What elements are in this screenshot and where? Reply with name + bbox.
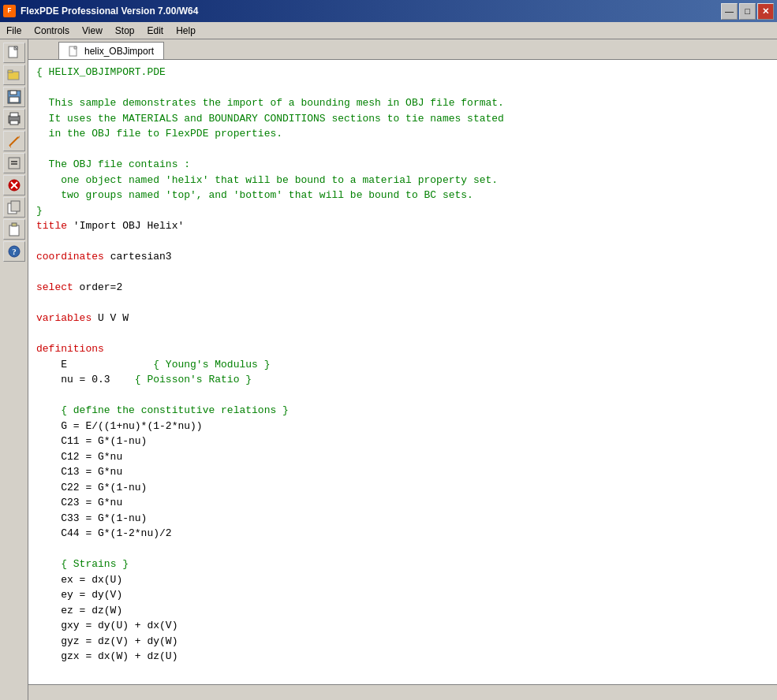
- code-line-5: in the OBJ file to FlexPDE properties.: [36, 126, 769, 142]
- code-line-blank-8: [36, 542, 769, 557]
- new-button[interactable]: [3, 43, 25, 63]
- code-line-9: two groups named 'top', and 'bottom' tha…: [36, 188, 769, 203]
- code-line-35: ey = dy(V): [36, 587, 769, 603]
- edit-button[interactable]: [3, 153, 25, 173]
- paste-button[interactable]: [3, 219, 25, 240]
- code-line-23: { define the constitutive relations }: [36, 403, 769, 419]
- tab-bar: helix_OBJimport: [28, 39, 777, 60]
- code-line-blank-2: [36, 142, 769, 158]
- svg-marker-27: [74, 47, 77, 49]
- code-line-29: C23 = G*nu: [36, 495, 769, 511]
- save-button[interactable]: [3, 87, 25, 107]
- open-button[interactable]: [3, 65, 25, 85]
- svg-rect-7: [9, 97, 19, 102]
- code-line-17: variables U V W: [36, 311, 769, 326]
- code-line-27: C13 = G*nu: [36, 464, 769, 480]
- svg-line-13: [9, 146, 11, 147]
- svg-rect-21: [11, 201, 20, 211]
- code-line-7: The OBJ file contains :: [36, 157, 769, 173]
- tab-helix-objimport[interactable]: helix_OBJimport: [58, 42, 164, 59]
- editor-area[interactable]: { HELIX_OBJIMPORT.PDE This sample demons…: [28, 60, 777, 684]
- svg-rect-10: [10, 121, 18, 125]
- code-line-3: This sample demonstrates the import of a…: [36, 95, 769, 111]
- minimize-button[interactable]: —: [721, 3, 738, 20]
- menu-stop[interactable]: Stop: [109, 24, 141, 38]
- code-line-11: title 'Import OBJ Helix': [36, 218, 769, 234]
- code-line-25: C11 = G*(1-nu): [36, 434, 769, 449]
- app-icon: F: [3, 5, 16, 17]
- menu-controls[interactable]: Controls: [28, 24, 76, 38]
- copy-button[interactable]: [3, 197, 25, 218]
- code-line-blank-3: [36, 234, 769, 250]
- status-bar: [28, 684, 777, 700]
- svg-rect-14: [9, 158, 20, 169]
- title-text: FlexPDE Professional Version 7.00/W64: [21, 6, 198, 17]
- svg-rect-23: [12, 223, 17, 226]
- code-line-blank-5: [36, 296, 769, 311]
- svg-line-11: [9, 137, 18, 146]
- code-line-4: It uses the MATERIALS and BOUNDARY CONDI…: [36, 111, 769, 127]
- menu-bar: File Controls View Stop Edit Help: [0, 22, 777, 39]
- svg-text:?: ?: [12, 247, 17, 256]
- title-buttons: — □ ✕: [721, 3, 774, 20]
- svg-rect-6: [10, 91, 17, 95]
- main-content: helix_OBJimport { HELIX_OBJIMPORT.PDE Th…: [28, 39, 777, 700]
- tab-label: helix_OBJimport: [84, 46, 154, 57]
- code-line-38: gyz = dz(V) + dy(W): [36, 634, 769, 650]
- code-line-34: ex = dx(U): [36, 572, 769, 588]
- code-line-blank-1: [36, 80, 769, 96]
- code-line-21: nu = 0.3 { Poisson's Ratio }: [36, 372, 769, 388]
- title-bar: F FlexPDE Professional Version 7.00/W64 …: [0, 0, 777, 22]
- menu-edit[interactable]: Edit: [141, 24, 170, 38]
- code-line-19: definitions: [36, 341, 769, 357]
- code-line-30: C33 = G*(1-nu): [36, 511, 769, 527]
- code-line-26: C12 = G*nu: [36, 449, 769, 465]
- menu-help[interactable]: Help: [170, 24, 202, 38]
- svg-rect-22: [9, 225, 19, 236]
- cancel-button[interactable]: [3, 175, 25, 195]
- menu-view[interactable]: View: [76, 24, 109, 38]
- close-button[interactable]: ✕: [757, 3, 774, 20]
- code-line-1: { HELIX_OBJIMPORT.PDE: [36, 65, 769, 80]
- code-line-33: { Strains }: [36, 557, 769, 572]
- title-bar-left: F FlexPDE Professional Version 7.00/W64: [3, 5, 198, 17]
- svg-rect-4: [8, 70, 13, 73]
- toolbar: ?: [0, 39, 28, 700]
- svg-rect-9: [10, 113, 18, 117]
- code-line-blank-6: [36, 326, 769, 342]
- code-line-28: C22 = G*(1-nu): [36, 480, 769, 496]
- code-line-15: select order=2: [36, 280, 769, 296]
- print-button[interactable]: [3, 109, 25, 129]
- code-line-39: gzx = dx(W) + dz(U): [36, 649, 769, 665]
- code-line-36: ez = dz(W): [36, 603, 769, 619]
- pencil-button[interactable]: [3, 131, 25, 151]
- code-line-24: G = E/((1+nu)*(1-2*nu)): [36, 419, 769, 434]
- maximize-button[interactable]: □: [739, 3, 756, 20]
- code-line-8: one object named 'helix' that will be bo…: [36, 173, 769, 188]
- code-line-blank-7: [36, 388, 769, 404]
- code-line-blank-4: [36, 265, 769, 281]
- code-line-31: C44 = G*(1-2*nu)/2: [36, 526, 769, 542]
- tab-file-icon: [69, 46, 80, 57]
- svg-marker-12: [18, 136, 20, 139]
- menu-file[interactable]: File: [0, 24, 28, 38]
- code-line-10: }: [36, 203, 769, 219]
- code-line-13: coordinates cartesian3: [36, 249, 769, 265]
- help-button[interactable]: ?: [3, 241, 25, 262]
- code-line-20: E { Young's Modulus }: [36, 357, 769, 373]
- code-line-37: gxy = dy(U) + dx(V): [36, 618, 769, 634]
